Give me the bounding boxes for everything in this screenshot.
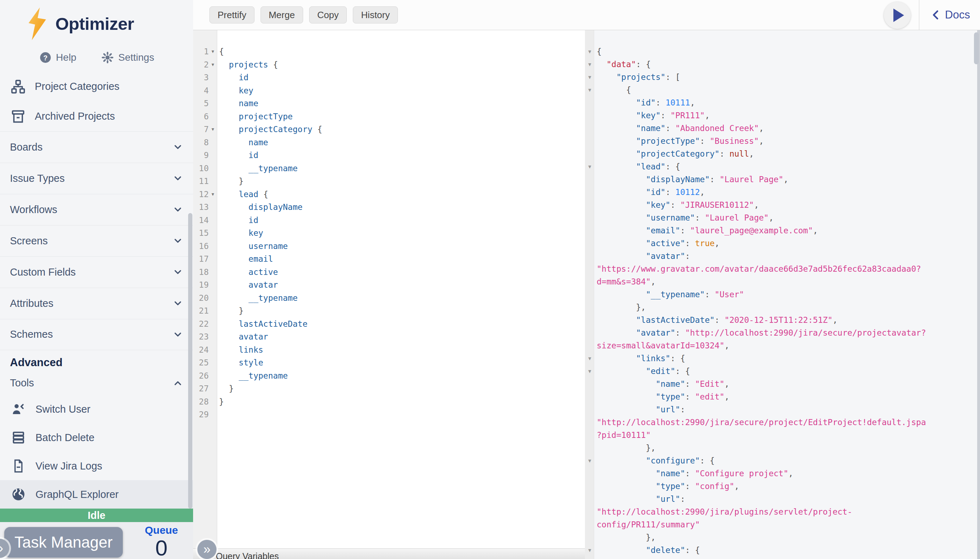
fold-toggle-icon bbox=[585, 198, 594, 211]
line-number: 29 bbox=[193, 408, 209, 421]
code-line: "https://www.gravatar.com/avatar/daace66… bbox=[585, 263, 974, 275]
line-number: 28 bbox=[193, 395, 209, 408]
code-line: "id": 10112, bbox=[585, 186, 974, 198]
merge-button[interactable]: Merge bbox=[261, 7, 303, 23]
code-line: }, bbox=[585, 531, 974, 544]
copy-button[interactable]: Copy bbox=[309, 7, 347, 23]
code-line: 21 } bbox=[193, 304, 585, 318]
code-line: 3 id bbox=[193, 71, 585, 84]
accordion-attributes[interactable]: Attributes bbox=[0, 288, 193, 319]
tool-item-label: Switch User bbox=[36, 404, 91, 415]
query-editor[interactable]: 1▼{2▼ projects {3 id4 key5 name6 project… bbox=[193, 30, 585, 559]
fold-toggle-icon[interactable]: ▼ bbox=[585, 83, 594, 96]
code-line: "url": bbox=[585, 493, 974, 505]
fold-toggle-icon[interactable]: ▼ bbox=[585, 160, 594, 173]
fold-toggle-icon[interactable]: ▼ bbox=[585, 365, 594, 377]
fold-toggle-icon bbox=[209, 395, 217, 408]
line-number: 6 bbox=[193, 110, 209, 123]
execute-query-button[interactable] bbox=[884, 2, 911, 29]
accordion-workflows[interactable]: Workflows bbox=[0, 194, 193, 225]
code-line: 9 id bbox=[193, 149, 585, 162]
fold-toggle-icon bbox=[585, 416, 594, 429]
query-variables-bar[interactable]: Query Variables bbox=[193, 548, 585, 559]
fold-toggle-icon bbox=[585, 173, 594, 186]
editor-panes: 1▼{2▼ projects {3 id4 key5 name6 project… bbox=[193, 30, 980, 559]
accordion-issue-types[interactable]: Issue Types bbox=[0, 163, 193, 194]
expand-panel-button[interactable]: » bbox=[197, 540, 216, 559]
line-number: 1 bbox=[193, 45, 209, 58]
sidebar: Optimizer ? Help Settings bbox=[0, 0, 193, 559]
chevron-down-icon bbox=[173, 267, 183, 277]
code-line: ▼ { bbox=[585, 83, 974, 96]
accordion-custom-fields[interactable]: Custom Fields bbox=[0, 256, 193, 288]
sidebar-accordions: Boards Issue Types Workflows Screens Cus… bbox=[0, 131, 193, 350]
code-line: ▼ "configure": { bbox=[585, 454, 974, 467]
fold-toggle-icon[interactable]: ▼ bbox=[585, 45, 594, 58]
sidebar-item-label: Project Categories bbox=[35, 81, 120, 93]
fold-toggle-icon[interactable]: ▼ bbox=[209, 58, 217, 71]
help-link[interactable]: ? Help bbox=[39, 51, 77, 64]
batch-delete-icon bbox=[11, 430, 26, 445]
queue-box: Queue 0 bbox=[145, 524, 178, 559]
fold-toggle-icon[interactable]: ▼ bbox=[585, 454, 594, 467]
history-button[interactable]: History bbox=[353, 7, 398, 23]
sidebar-item-view-jira-logs[interactable]: View Jira Logs bbox=[0, 452, 193, 480]
query-code[interactable]: 1▼{2▼ projects {3 id4 key5 name6 project… bbox=[193, 45, 585, 421]
fold-toggle-icon[interactable]: ▼ bbox=[209, 123, 217, 136]
line-number: 15 bbox=[193, 227, 209, 240]
code-line: 7▼ projectCategory { bbox=[193, 123, 585, 136]
code-line: 1▼{ bbox=[193, 45, 585, 58]
fold-toggle-icon bbox=[209, 136, 217, 149]
accordion-label: Attributes bbox=[10, 298, 54, 309]
fold-toggle-icon bbox=[209, 382, 217, 395]
fold-toggle-icon[interactable]: ▼ bbox=[585, 58, 594, 71]
sitemap-icon bbox=[10, 79, 26, 94]
sidebar-item-batch-delete[interactable]: Batch Delete bbox=[0, 423, 193, 452]
accordion-screens[interactable]: Screens bbox=[0, 225, 193, 256]
fold-toggle-icon bbox=[209, 266, 217, 279]
code-line: ▼ "data": { bbox=[585, 58, 974, 71]
fold-toggle-icon bbox=[585, 467, 594, 480]
code-line: 16 username bbox=[193, 240, 585, 253]
accordion-label: Boards bbox=[10, 141, 43, 153]
line-number: 4 bbox=[193, 84, 209, 97]
code-line: 23 avatar bbox=[193, 330, 585, 344]
line-number: 20 bbox=[193, 291, 209, 305]
fold-toggle-icon[interactable]: ▼ bbox=[209, 45, 217, 58]
results-scrollbar-track[interactable] bbox=[977, 30, 980, 559]
code-line: "active": true, bbox=[585, 237, 974, 250]
fold-toggle-icon[interactable]: ▼ bbox=[585, 544, 594, 557]
sidebar-item-project-categories[interactable]: Project Categories bbox=[0, 72, 193, 102]
fold-toggle-icon bbox=[209, 240, 217, 253]
accordion-boards[interactable]: Boards bbox=[0, 131, 193, 163]
task-manager-button[interactable]: Task Manager bbox=[4, 527, 123, 557]
fold-toggle-icon[interactable]: ▼ bbox=[585, 352, 594, 365]
prettify-button[interactable]: Prettify bbox=[210, 7, 254, 23]
sidebar-item-switch-user[interactable]: Switch User bbox=[0, 395, 193, 423]
code-line: "displayName": "Laurel Page", bbox=[585, 173, 974, 186]
sidebar-item-graphql-explorer[interactable]: GraphQL Explorer bbox=[0, 480, 193, 509]
code-line: 13 displayName bbox=[193, 201, 585, 214]
fold-toggle-icon bbox=[209, 201, 217, 214]
sidebar-item-archived-projects[interactable]: Archived Projects bbox=[0, 102, 193, 131]
settings-label: Settings bbox=[118, 52, 154, 63]
fold-toggle-icon bbox=[209, 318, 217, 331]
accordion-schemes[interactable]: Schemes bbox=[0, 319, 193, 350]
fold-toggle-icon[interactable]: ▼ bbox=[585, 71, 594, 83]
fold-toggle-icon bbox=[209, 162, 217, 175]
code-line: "key": "PR111", bbox=[585, 109, 974, 122]
code-line: ▼{ bbox=[585, 45, 974, 58]
line-number: 5 bbox=[193, 97, 209, 110]
code-line: "projectType": "Business", bbox=[585, 135, 974, 147]
settings-link[interactable]: Settings bbox=[101, 51, 154, 64]
fold-toggle-icon bbox=[209, 408, 217, 421]
fold-toggle-icon[interactable]: ▼ bbox=[209, 188, 217, 201]
fold-toggle-icon bbox=[585, 237, 594, 250]
results-viewer[interactable]: ▼{▼ "data": {▼ "projects": [▼ { "id": 10… bbox=[585, 30, 980, 559]
accordion-tools[interactable]: Tools bbox=[0, 371, 193, 395]
docs-toggle[interactable]: Docs bbox=[928, 0, 973, 30]
results-scrollbar-thumb[interactable] bbox=[974, 32, 979, 64]
sidebar-scrollbar-thumb[interactable] bbox=[188, 213, 192, 509]
code-line: 22 lastActiveDate bbox=[193, 318, 585, 331]
code-line: "avatar": bbox=[585, 250, 974, 263]
